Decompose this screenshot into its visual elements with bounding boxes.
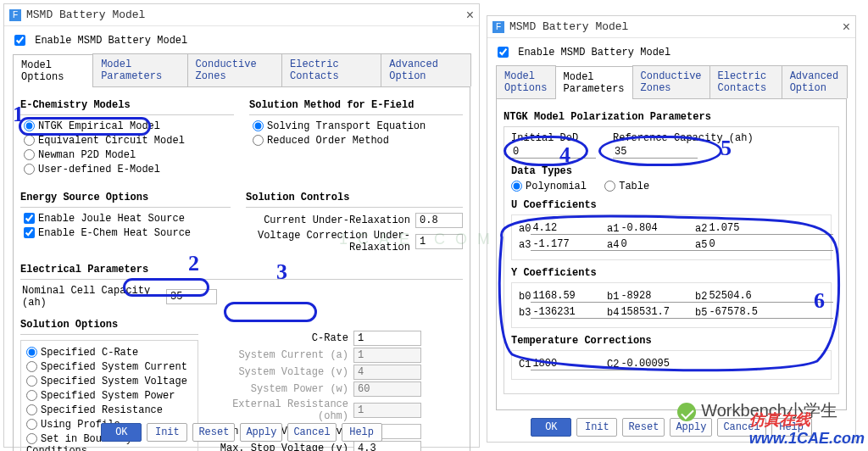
msmd-dialog-left: F MSMD Battery Model × Enable MSMD Batte… bbox=[3, 3, 480, 448]
solution-controls-title: Solution Controls bbox=[246, 192, 463, 203]
close-icon[interactable]: × bbox=[466, 8, 474, 23]
temperature-corrections-title: Temperature Corrections bbox=[511, 335, 832, 347]
input-b2[interactable] bbox=[707, 290, 833, 303]
tab-advanced-option[interactable]: Advanced Option bbox=[381, 53, 471, 86]
chk-echem-heat[interactable] bbox=[24, 227, 35, 238]
syspower-label: System Power (w) bbox=[214, 383, 353, 395]
voltage-correction-input[interactable] bbox=[415, 234, 463, 249]
lbl-b4: b4 bbox=[607, 307, 619, 319]
sysvolt-label: System Voltage (v) bbox=[214, 366, 353, 378]
nominal-capacity-input[interactable] bbox=[166, 289, 217, 304]
solution-method-title: Solution Method for E-Field bbox=[249, 99, 463, 111]
input-a5[interactable] bbox=[707, 238, 833, 251]
tab-model-parameters[interactable]: Model Parameters bbox=[555, 66, 633, 99]
lbl-a2: a2 bbox=[695, 223, 707, 235]
app-icon: F bbox=[9, 9, 21, 21]
lbl-b5: b5 bbox=[695, 307, 707, 319]
tab-model-options[interactable]: Model Options bbox=[496, 65, 556, 98]
lbl-c2: C2 bbox=[607, 359, 619, 370]
initial-dod-input[interactable] bbox=[511, 146, 596, 159]
app-icon: F bbox=[492, 21, 504, 33]
radio-polynomial[interactable] bbox=[511, 181, 522, 192]
apply-button[interactable]: Apply bbox=[240, 423, 282, 442]
reference-capacity-input[interactable] bbox=[613, 146, 698, 159]
maxstop-input[interactable] bbox=[353, 441, 421, 451]
radio-solving-transport[interactable] bbox=[253, 120, 264, 131]
apply-button[interactable]: Apply bbox=[670, 418, 712, 437]
titlebar: F MSMD Battery Model × bbox=[487, 16, 855, 38]
label-joule-heat: Enable Joule Heat Source bbox=[38, 213, 185, 225]
reset-button[interactable]: Reset bbox=[622, 418, 665, 437]
label-user-defined: User-defined E-Model bbox=[38, 164, 160, 175]
chk-joule-heat[interactable] bbox=[24, 213, 35, 224]
radio-ntgk-empirical[interactable] bbox=[24, 120, 35, 131]
enable-msmd-checkbox[interactable] bbox=[498, 47, 509, 58]
label-reduced-order: Reduced Order Method bbox=[267, 135, 389, 147]
msmd-dialog-right: F MSMD Battery Model × Enable MSMD Batte… bbox=[487, 15, 856, 443]
init-button[interactable]: Init bbox=[576, 418, 617, 437]
button-bar: OK Init Reset Apply Cancel Help bbox=[4, 423, 479, 442]
reset-button[interactable]: Reset bbox=[192, 423, 235, 442]
radio-specified-system-current[interactable] bbox=[26, 361, 37, 372]
radio-specified-system-voltage[interactable] bbox=[26, 376, 37, 387]
data-types-title: Data Types bbox=[511, 165, 832, 177]
input-c2[interactable] bbox=[619, 358, 745, 370]
current-under-relaxation-input[interactable] bbox=[415, 213, 463, 228]
ok-button[interactable]: OK bbox=[101, 423, 142, 442]
cur-label: Current Under-Relaxation bbox=[246, 214, 415, 226]
lbl-b0: b0 bbox=[519, 291, 531, 303]
tab-model-options[interactable]: Model Options bbox=[13, 54, 93, 87]
ok-button[interactable]: OK bbox=[531, 418, 571, 437]
radio-equivalent-circuit[interactable] bbox=[24, 135, 35, 146]
echem-models-title: E-Chemistry Models bbox=[20, 99, 234, 111]
maxstop-label: Max. Stop Voltage (v) bbox=[214, 443, 353, 451]
tab-model-parameters[interactable]: Model Parameters bbox=[92, 53, 187, 86]
window-title: MSMD Battery Model bbox=[509, 20, 628, 33]
enable-msmd-label: Enable MSMD Battery Model bbox=[35, 35, 187, 47]
radio-specified-crate[interactable] bbox=[26, 347, 37, 358]
label-ntgk-empirical: NTGK Empirical Model bbox=[38, 120, 160, 132]
tabs: Model Options Model Parameters Conductiv… bbox=[496, 65, 847, 99]
label-specified-crate: Specified C-Rate bbox=[41, 347, 138, 359]
u-coefficients-title: U Coefficients bbox=[511, 199, 832, 211]
init-button[interactable]: Init bbox=[147, 423, 187, 442]
radio-newman-p2d[interactable] bbox=[24, 149, 35, 160]
tab-conductive-zones[interactable]: Conductive Zones bbox=[187, 53, 282, 86]
lbl-a3: a3 bbox=[519, 239, 531, 251]
label-polynomial: Polynomial bbox=[526, 181, 587, 192]
label-echem-heat: Enable E-Chem Heat Source bbox=[38, 227, 191, 239]
lbl-b1: b1 bbox=[607, 291, 619, 303]
input-a2[interactable] bbox=[707, 222, 833, 235]
label-solving-transport: Solving Transport Equation bbox=[267, 120, 426, 132]
titlebar: F MSMD Battery Model × bbox=[4, 4, 479, 26]
input-b5[interactable] bbox=[707, 306, 833, 319]
radio-specified-resistance[interactable] bbox=[26, 404, 37, 415]
label-table: Table bbox=[619, 181, 649, 192]
lbl-a0: a0 bbox=[519, 223, 531, 235]
initial-dod-label: Initial DoD bbox=[511, 132, 596, 144]
enable-msmd-checkbox[interactable] bbox=[14, 35, 25, 46]
lbl-b3: b3 bbox=[519, 307, 531, 319]
radio-specified-system-power[interactable] bbox=[26, 390, 37, 401]
radio-table[interactable] bbox=[604, 181, 615, 192]
lbl-a4: a4 bbox=[607, 239, 619, 251]
syscurrent-label: System Current (a) bbox=[214, 349, 353, 361]
syscurrent-input bbox=[353, 348, 421, 363]
label-newman-p2d: Newman P2D Model bbox=[38, 149, 136, 161]
energy-source-title: Energy Source Options bbox=[20, 192, 231, 203]
tab-panel-model-options: E-Chemistry Models NTGK Empirical Model … bbox=[13, 87, 470, 451]
radio-user-defined[interactable] bbox=[24, 164, 35, 175]
crate-input[interactable] bbox=[353, 331, 421, 346]
radio-reduced-order[interactable] bbox=[253, 135, 264, 146]
electrical-parameters-title: Electrical Parameters bbox=[20, 264, 463, 276]
close-icon[interactable]: × bbox=[843, 19, 850, 35]
help-button[interactable]: Help bbox=[342, 423, 382, 442]
tab-conductive-zones[interactable]: Conductive Zones bbox=[632, 65, 710, 98]
vcur-label: Voltage Correction Under-Relaxation bbox=[246, 230, 415, 253]
tab-electric-contacts[interactable]: Electric Contacts bbox=[709, 65, 782, 98]
tab-electric-contacts[interactable]: Electric Contacts bbox=[281, 53, 381, 86]
enable-msmd-label: Enable MSMD Battery Model bbox=[518, 47, 670, 58]
tab-panel-model-parameters: NTGK Model Polarization Parameters Initi… bbox=[496, 99, 847, 410]
tab-advanced-option[interactable]: Advanced Option bbox=[782, 65, 848, 98]
cancel-button[interactable]: Cancel bbox=[287, 423, 336, 442]
